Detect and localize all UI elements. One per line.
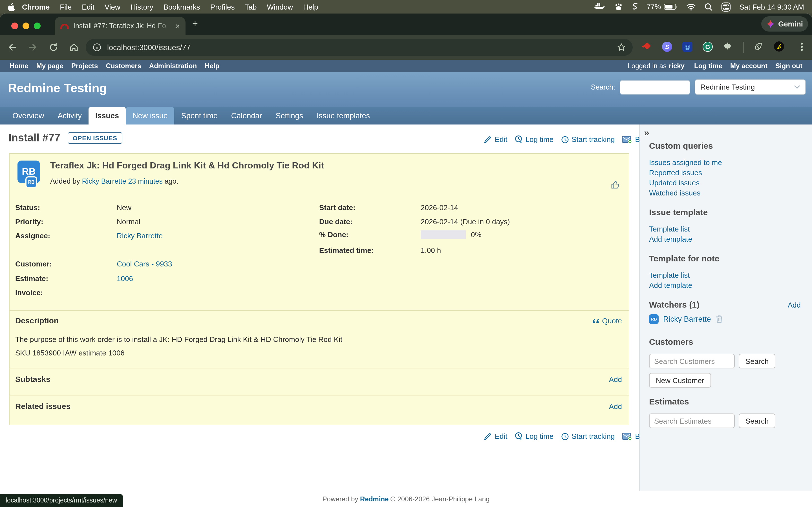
address-bar[interactable]: localhost:3000/issues/77 [86, 39, 633, 56]
tab-activity[interactable]: Activity [51, 107, 89, 124]
edit-button[interactable]: Edit [484, 432, 507, 441]
menubar-clock[interactable]: Sat Feb 14 9:30 AM [739, 3, 804, 11]
estimates-heading: Estimates [649, 397, 689, 406]
assignee-link[interactable]: Ricky Barrette [117, 231, 163, 240]
sidebar-reported-issues[interactable]: Reported issues [649, 168, 702, 177]
sidebar-issues-assigned-to-me[interactable]: Issues assigned to me [649, 158, 722, 167]
paw-menubar-icon[interactable] [614, 3, 623, 11]
window-zoom-button[interactable] [34, 22, 41, 29]
profile-avatar[interactable] [774, 41, 784, 52]
extension-grammarly-icon[interactable]: G [703, 42, 713, 52]
tab-overview[interactable]: Overview [6, 107, 51, 124]
gemini-button[interactable]: Gemini [761, 16, 808, 32]
tab-issues[interactable]: Issues [89, 107, 126, 124]
tab-new-issue[interactable]: New issue [126, 107, 174, 124]
topnav-home[interactable]: Home [6, 62, 33, 70]
forward-button[interactable] [28, 42, 38, 52]
new-tab-button[interactable]: + [192, 18, 198, 29]
apple-menu-icon[interactable] [8, 3, 15, 11]
topnav-log-time[interactable]: Log time [690, 62, 726, 70]
log-time-button[interactable]: Log time [515, 432, 554, 441]
sidebar-watched-issues[interactable]: Watched issues [649, 189, 701, 197]
extension-stripe-icon[interactable]: S [662, 42, 672, 52]
spotlight-search-icon[interactable] [704, 3, 713, 11]
menu-history[interactable]: History [125, 3, 158, 11]
topnav-my-page[interactable]: My page [33, 62, 67, 70]
window-minimize-button[interactable] [22, 22, 29, 29]
added-time-link[interactable]: 23 minutes [128, 177, 163, 185]
redmine-link[interactable]: Redmine [360, 495, 389, 503]
logged-in-user[interactable]: ricky [669, 62, 690, 70]
start-tracking-button[interactable]: Start tracking [561, 135, 615, 144]
menu-edit[interactable]: Edit [77, 3, 100, 11]
menu-tab[interactable]: Tab [240, 3, 262, 11]
wifi-icon[interactable] [686, 3, 696, 10]
search-estimates-input[interactable] [649, 413, 735, 428]
snake-menubar-icon[interactable] [631, 2, 638, 11]
sidebar-updated-issues[interactable]: Updated issues [649, 179, 700, 187]
topnav-sign-out[interactable]: Sign out [771, 62, 806, 70]
issue-title: Teraflex Jk: Hd Forged Drag Link Kit & H… [50, 161, 324, 171]
menu-help[interactable]: Help [298, 3, 323, 11]
topnav-administration[interactable]: Administration [145, 62, 201, 70]
open-issues-badge[interactable]: OPEN ISSUES [68, 132, 122, 144]
sidebar-collapse-icon[interactable]: » [644, 127, 649, 138]
redmine-page: Home My page Projects Customers Administ… [0, 60, 812, 507]
topnav-help[interactable]: Help [201, 62, 223, 70]
new-customer-button[interactable]: New Customer [649, 373, 711, 388]
bookmark-star-icon[interactable] [617, 43, 626, 52]
extensions-puzzle-icon[interactable] [723, 42, 733, 51]
sidebar-template-list[interactable]: Template list [649, 225, 690, 233]
window-close-button[interactable] [11, 22, 18, 29]
docker-menubar-icon[interactable] [594, 3, 606, 11]
start-tracking-button[interactable]: Start tracking [561, 432, 615, 441]
menu-file[interactable]: File [55, 3, 77, 11]
menu-window[interactable]: Window [262, 3, 298, 11]
search-estimates-button[interactable]: Search [739, 413, 775, 428]
search-customers-button[interactable]: Search [739, 354, 775, 369]
project-select[interactable]: Redmine Testing [695, 79, 806, 95]
menu-chrome[interactable]: Chrome [15, 3, 55, 11]
quote-link[interactable]: Quote [592, 317, 622, 325]
tab-spent-time[interactable]: Spent time [174, 107, 224, 124]
topnav-projects[interactable]: Projects [67, 62, 102, 70]
sidebar-add-template[interactable]: Add template [649, 235, 692, 243]
browser-tab[interactable]: Install #77: Teraflex Jk: Hd Fo × [55, 17, 186, 35]
search-customers-input[interactable] [649, 354, 735, 369]
tab-settings[interactable]: Settings [269, 107, 310, 124]
extension-at-lock-icon[interactable]: @ [682, 42, 693, 52]
thumbs-up-icon[interactable] [610, 180, 621, 190]
reload-button[interactable] [49, 42, 59, 52]
delete-watcher-icon[interactable] [716, 315, 723, 323]
home-button[interactable] [69, 42, 79, 52]
menu-view[interactable]: View [100, 3, 125, 11]
menu-profiles[interactable]: Profiles [205, 3, 240, 11]
topnav-my-account[interactable]: My account [726, 62, 771, 70]
global-search-input[interactable] [620, 80, 690, 94]
add-subtask-link[interactable]: Add [609, 375, 622, 384]
watcher-name-link[interactable]: Ricky Barrette [663, 315, 711, 323]
tab-close-icon[interactable]: × [175, 21, 180, 31]
log-time-button[interactable]: Log time [515, 135, 554, 144]
menu-bookmarks[interactable]: Bookmarks [158, 3, 205, 11]
battery-saver-leaf-icon[interactable] [753, 42, 763, 51]
edit-button[interactable]: Edit [484, 135, 507, 144]
search-label: Search: [591, 83, 615, 91]
add-watcher-link[interactable]: Add [788, 301, 801, 309]
add-related-issue-link[interactable]: Add [609, 402, 622, 411]
battery-status[interactable]: 77% [647, 3, 678, 11]
site-info-icon[interactable] [93, 43, 101, 52]
topnav-customers[interactable]: Customers [102, 62, 145, 70]
control-center-icon[interactable] [721, 2, 731, 11]
author-link[interactable]: Ricky Barrette [82, 177, 126, 185]
attr-assignee: Assignee:Ricky Barrette [15, 231, 163, 240]
browser-menu-kebab-icon[interactable] [797, 42, 806, 52]
extension-red-icon[interactable] [642, 42, 651, 51]
back-button[interactable] [7, 42, 17, 52]
sidebar-note-template-list[interactable]: Template list [649, 271, 690, 279]
sidebar-note-add-template[interactable]: Add template [649, 281, 692, 290]
tab-calendar[interactable]: Calendar [224, 107, 269, 124]
estimate-link[interactable]: 1006 [117, 274, 133, 283]
customer-link[interactable]: Cool Cars - 9933 [117, 260, 172, 268]
tab-issue-templates[interactable]: Issue templates [310, 107, 377, 124]
